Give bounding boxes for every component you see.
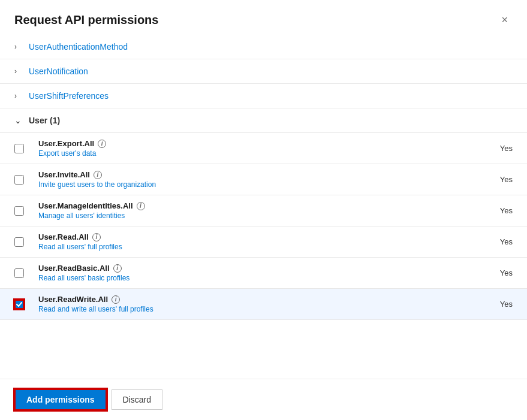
info-icon[interactable]: i: [92, 233, 101, 241]
chevron-right-icon: ›: [14, 67, 23, 75]
permission-consent: Yes: [477, 237, 513, 246]
permission-checkbox-user-readwrite-all[interactable]: [14, 300, 24, 309]
dialog-title: Request API permissions: [14, 13, 158, 27]
add-permissions-button[interactable]: Add permissions: [14, 389, 107, 410]
info-icon[interactable]: i: [94, 171, 102, 179]
permission-description: Manage all users' identities: [38, 211, 477, 220]
chevron-down-icon: ⌄: [14, 116, 23, 125]
permission-checkbox-user-export-all[interactable]: [14, 144, 24, 153]
permission-checkbox-user-readbasic-all[interactable]: [14, 268, 24, 278]
permission-consent: Yes: [477, 206, 513, 215]
permission-info: User.Invite.All i Invite guest users to …: [34, 170, 477, 189]
perm-name-row: User.Export.All i: [38, 139, 477, 148]
checkbox-cell: [14, 268, 34, 278]
perm-name-row: User.ManageIdentities.All i: [38, 201, 477, 210]
permission-description: Export user's data: [38, 149, 477, 158]
permission-row-user-read-all: User.Read.All i Read all users' full pro…: [0, 226, 527, 258]
dialog-header: Request API permissions ×: [0, 0, 527, 35]
permission-row-user-export-all: User.Export.All i Export user's data Yes: [0, 133, 527, 164]
checkbox-cell: [14, 300, 34, 309]
section-user-expanded[interactable]: ⌄ User (1): [0, 108, 527, 133]
checkbox-cell: [14, 144, 34, 153]
section-label: UserAuthenticationMethod: [29, 42, 128, 52]
permission-name: User.ReadBasic.All: [38, 264, 110, 273]
permission-description: Invite guest users to the organization: [38, 180, 477, 189]
permission-name: User.Invite.All: [38, 170, 90, 179]
section-label: UserShiftPreferences: [29, 91, 109, 101]
permission-name: User.Export.All: [38, 139, 94, 148]
section-user-authentication-method[interactable]: › UserAuthenticationMethod: [0, 35, 527, 59]
perm-name-row: User.Read.All i: [38, 232, 477, 241]
section-label: UserNotification: [29, 67, 88, 76]
permission-checkbox-user-manage-identities[interactable]: [14, 206, 24, 216]
permission-info: User.ReadWrite.All i Read and write all …: [34, 295, 477, 313]
info-icon[interactable]: i: [137, 202, 145, 210]
permission-name: User.ManageIdentities.All: [38, 201, 133, 210]
permission-consent: Yes: [477, 144, 513, 153]
permission-info: User.ReadBasic.All i Read all users' bas…: [34, 264, 477, 282]
close-button[interactable]: ×: [496, 12, 513, 28]
permission-checkbox-user-read-all[interactable]: [14, 237, 24, 247]
perm-name-row: User.ReadBasic.All i: [38, 264, 477, 273]
permission-info: User.Export.All i Export user's data: [34, 139, 477, 158]
section-user-shift-preferences[interactable]: › UserShiftPreferences: [0, 84, 527, 108]
chevron-right-icon: ›: [14, 43, 23, 51]
request-api-permissions-dialog: Request API permissions × › UserAuthenti…: [0, 0, 527, 420]
checkbox-cell: [14, 206, 34, 216]
permission-consent: Yes: [477, 268, 513, 277]
dialog-footer: Add permissions Discard: [0, 379, 527, 420]
permission-name: User.ReadWrite.All: [38, 295, 108, 304]
perm-name-row: User.ReadWrite.All i: [38, 295, 477, 304]
dialog-body: › UserAuthenticationMethod › UserNotific…: [0, 35, 527, 379]
permission-row-user-invite-all: User.Invite.All i Invite guest users to …: [0, 164, 527, 195]
permission-row-user-readwrite-all: User.ReadWrite.All i Read and write all …: [0, 289, 527, 320]
info-icon[interactable]: i: [113, 264, 122, 273]
perm-name-row: User.Invite.All i: [38, 170, 477, 179]
permission-description: Read all users' basic profiles: [38, 274, 477, 282]
checkbox-cell: [14, 237, 34, 247]
chevron-right-icon: ›: [14, 92, 23, 100]
checkbox-cell: [14, 175, 34, 185]
scrollable-content[interactable]: › UserAuthenticationMethod › UserNotific…: [0, 35, 527, 379]
permission-checkbox-user-invite-all[interactable]: [14, 175, 24, 185]
permission-info: User.Read.All i Read all users' full pro…: [34, 232, 477, 251]
discard-button[interactable]: Discard: [112, 389, 162, 410]
info-icon[interactable]: i: [112, 295, 120, 304]
section-user-notification[interactable]: › UserNotification: [0, 59, 527, 84]
permission-row-user-readbasic-all: User.ReadBasic.All i Read all users' bas…: [0, 258, 527, 289]
permission-row-user-manage-identities: User.ManageIdentities.All i Manage all u…: [0, 195, 527, 226]
permission-consent: Yes: [477, 300, 513, 309]
info-icon[interactable]: i: [98, 140, 106, 148]
permission-consent: Yes: [477, 175, 513, 184]
permission-description: Read all users' full profiles: [38, 243, 477, 251]
permission-description: Read and write all users' full profiles: [38, 305, 477, 313]
permission-name: User.Read.All: [38, 232, 89, 241]
expanded-section-label: User (1): [29, 116, 60, 125]
permission-info: User.ManageIdentities.All i Manage all u…: [34, 201, 477, 220]
